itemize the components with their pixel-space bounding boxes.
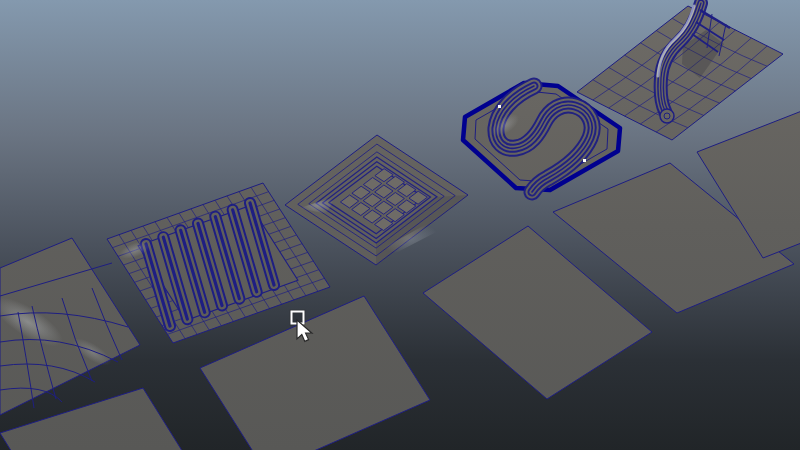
viewport-stage: [0, 0, 800, 450]
3d-viewport[interactable]: [0, 0, 800, 450]
vertex-marker: [583, 159, 586, 162]
vertex-marker: [498, 105, 501, 108]
